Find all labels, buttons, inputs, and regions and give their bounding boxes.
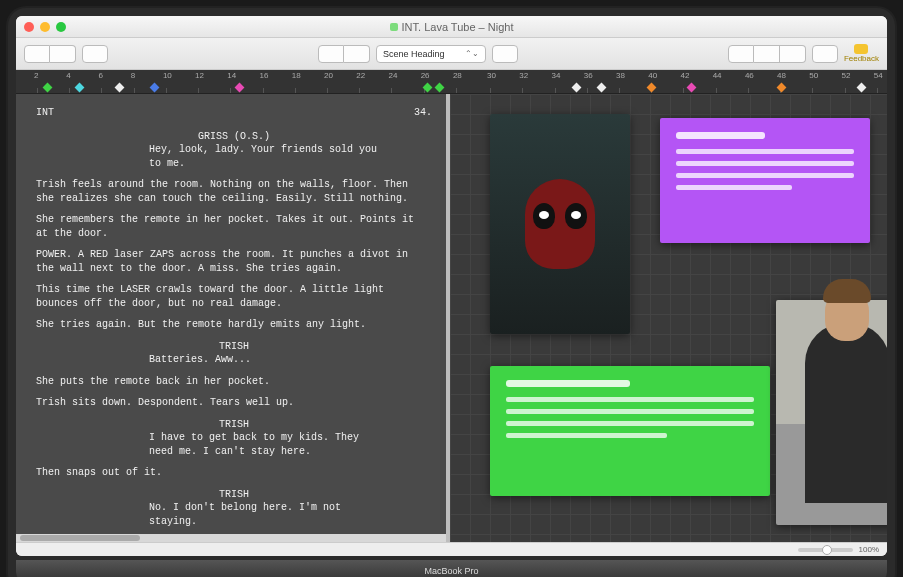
action-line: She puts the remote back in her pocket. [36,375,432,389]
titlebar: INT. Lava Tube – Night [16,16,887,38]
feedback-button[interactable]: Feedback [844,44,879,63]
toolbar-button-d[interactable] [754,45,780,63]
ruler-number: 24 [388,71,397,80]
ruler-number: 54 [874,71,883,80]
ruler-marker[interactable] [435,83,445,93]
deadpool-image[interactable] [490,114,630,334]
ruler-number: 2 [34,71,38,80]
ruler-marker[interactable] [857,83,867,93]
action-line: She tries again. But the remote hardly e… [36,318,432,332]
ruler-marker[interactable] [115,83,125,93]
scene-ruler[interactable]: 246810121416182022242628 303234363840424… [16,70,887,94]
ruler-number: 40 [648,71,657,80]
character-cue: GRISS (O.S.) [36,130,432,144]
ruler-number: 46 [745,71,754,80]
status-bar: 100% [16,542,887,556]
ruler-marker[interactable] [150,83,160,93]
ruler-marker[interactable] [687,83,697,93]
ruler-number: 42 [680,71,689,80]
note-text-line [506,433,667,438]
ruler-marker[interactable] [75,83,85,93]
ruler-number: 8 [131,71,135,80]
note-text-line [676,161,854,166]
action-line: Trish sits down. Despondent. Tears well … [36,396,432,410]
ruler-marker[interactable] [597,83,607,93]
ruler-number: 20 [324,71,333,80]
note-text-line [506,397,754,402]
toolbar-button-f[interactable] [812,45,838,63]
action-line: Then snaps out of it. [36,466,432,480]
note-heading [506,380,630,387]
toolbar-button-c[interactable] [728,45,754,63]
zoom-slider-knob[interactable] [822,545,832,555]
close-icon[interactable] [24,22,34,32]
man-image[interactable] [776,300,887,525]
toolbar-button-a[interactable] [82,45,108,63]
ruler-marker[interactable] [647,83,657,93]
page-number: 34. [414,106,432,120]
ruler-marker[interactable] [43,83,53,93]
action-line: POWER. A RED laser ZAPS across the room.… [36,248,432,275]
cork-board[interactable] [450,94,887,542]
dialogue-line: I have to get back to my kids. They need… [89,431,379,458]
ruler-number: 30 [487,71,496,80]
dialogue-line: Batteries. Aww... [89,353,379,367]
ruler-number: 6 [98,71,102,80]
toolbar: Scene Heading ⌃⌄ Feedback [16,38,887,70]
ruler-marker[interactable] [235,83,245,93]
dialogue-line: Hey, look, lady. Your friends sold you t… [89,143,379,170]
ruler-number: 4 [66,71,70,80]
ruler-number: 44 [713,71,722,80]
laptop-frame: INT. Lava Tube – Night Scene Heading ⌃⌄ [8,8,895,577]
ruler-number: 36 [584,71,593,80]
note-text-line [676,173,854,178]
ruler-marker[interactable] [777,83,787,93]
ruler-number: 52 [842,71,851,80]
green-note[interactable] [490,366,770,496]
chevron-updown-icon: ⌃⌄ [465,49,479,58]
window-title: INT. Lava Tube – Night [402,21,514,33]
zoom-percent: 100% [859,545,879,554]
person-silhouette-icon [805,323,887,503]
toolbar-button-e[interactable] [780,45,806,63]
document-status-icon [390,23,398,31]
ruler-number: 18 [292,71,301,80]
zoom-icon[interactable] [56,22,66,32]
character-cue: TRISH [36,418,432,432]
ruler-number: 26 [421,71,430,80]
horizontal-scrollbar[interactable] [16,534,446,542]
ruler-number: 12 [195,71,204,80]
action-line: Trish feels around the room. Nothing on … [36,178,432,205]
ruler-number: 16 [260,71,269,80]
dialogue-line: No. I don't belong here. I'm not staying… [89,501,379,528]
scene-heading: INT [36,106,54,120]
element-type-select[interactable]: Scene Heading ⌃⌄ [376,45,486,63]
feedback-icon [854,44,868,54]
purple-note[interactable] [660,118,870,243]
element-type-label: Scene Heading [383,49,445,59]
view-mode-button-2[interactable] [50,45,76,63]
zoom-slider[interactable] [798,548,853,552]
character-cue: TRISH [36,340,432,354]
action-line: This time the LASER crawls toward the do… [36,283,432,310]
note-text-line [676,185,792,190]
view-mode-button-1[interactable] [24,45,50,63]
character-mask-icon [525,179,595,269]
ruler-number: 22 [356,71,365,80]
ruler-number: 38 [616,71,625,80]
ruler-number: 50 [809,71,818,80]
scrollbar-thumb[interactable] [20,535,140,541]
ruler-marker[interactable] [572,83,582,93]
script-editor[interactable]: INT 34. GRISS (O.S.)Hey, look, lady. You… [16,94,446,542]
character-cue: TRISH [36,488,432,502]
window-controls [24,22,66,32]
action-line: She remembers the remote in her pocket. … [36,213,432,240]
ruler-number: 48 [777,71,786,80]
nav-prev-button[interactable] [318,45,344,63]
nav-next-button[interactable] [344,45,370,63]
note-heading [676,132,765,139]
minimize-icon[interactable] [40,22,50,32]
ruler-number: 34 [552,71,561,80]
toolbar-button-b[interactable] [492,45,518,63]
note-text-line [506,409,754,414]
